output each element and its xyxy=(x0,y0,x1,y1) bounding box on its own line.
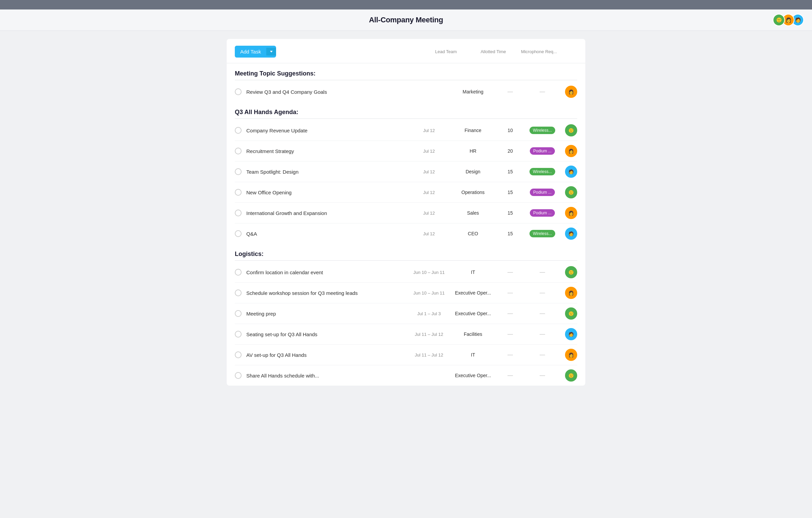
task-lead: Executive Oper... xyxy=(449,290,497,296)
task-time-dash: — xyxy=(497,352,524,358)
task-time: 15 xyxy=(497,169,524,174)
mic-badge[interactable]: Podium ... xyxy=(530,147,555,155)
task-lead: Operations xyxy=(449,190,497,195)
task-name: Company Revenue Update xyxy=(246,128,409,133)
section-divider xyxy=(235,80,577,80)
task-lead: Facilities xyxy=(449,331,497,337)
add-task-label: Add Task xyxy=(235,46,266,58)
add-task-dropdown[interactable] xyxy=(266,48,276,56)
task-mic-badge: Podium ... xyxy=(524,189,561,196)
task-avatar[interactable]: 👩 xyxy=(565,207,577,219)
task-date: Jul 12 xyxy=(409,190,449,195)
task-name: Team Spotlight: Design xyxy=(246,169,409,175)
task-avatar[interactable]: 👩 xyxy=(565,287,577,299)
task-avatar[interactable]: 👩 xyxy=(565,145,577,157)
task-checkbox[interactable] xyxy=(235,230,242,237)
task-date: Jul 11 – Jul 12 xyxy=(409,352,449,358)
toolbar-right: Lead Team Allotted Time Microphone Req..… xyxy=(422,49,577,54)
mic-badge[interactable]: Wireless... xyxy=(529,230,555,237)
task-checkbox[interactable] xyxy=(235,331,242,338)
section-q3-all-hands-agenda: Q3 All Hands Agenda:Company Revenue Upda… xyxy=(227,102,585,244)
mic-badge[interactable]: Wireless... xyxy=(529,127,555,134)
task-time: 20 xyxy=(497,148,524,154)
task-name: New Office Opening xyxy=(246,190,409,195)
task-checkbox[interactable] xyxy=(235,127,242,134)
task-checkbox[interactable] xyxy=(235,289,242,296)
task-mic-badge: Podium ... xyxy=(524,147,561,155)
task-mic-dash: — xyxy=(524,352,561,358)
task-date: Jun 10 – Jun 11 xyxy=(409,290,449,296)
task-mic-badge: Wireless... xyxy=(524,127,561,134)
mic-badge[interactable]: Wireless... xyxy=(529,168,555,175)
task-avatar[interactable]: 🙂 xyxy=(565,124,577,136)
task-lead: Executive Oper... xyxy=(449,311,497,316)
task-avatar[interactable]: 🙂 xyxy=(565,307,577,320)
task-name: Confirm location in calendar event xyxy=(246,269,409,275)
task-checkbox[interactable] xyxy=(235,310,242,317)
mic-badge[interactable]: Podium ... xyxy=(530,209,555,217)
task-mic-dash: — xyxy=(524,310,561,317)
avatar-1[interactable]: 🙂 xyxy=(773,14,785,26)
task-mic-badge: Wireless... xyxy=(524,230,561,237)
task-mic-badge: Wireless... xyxy=(524,168,561,175)
add-task-button[interactable]: Add Task xyxy=(235,46,276,58)
task-mic-dash: — xyxy=(524,89,561,95)
task-avatar[interactable]: 🧑 xyxy=(565,166,577,178)
task-checkbox[interactable] xyxy=(235,168,242,175)
task-time-dash: — xyxy=(497,290,524,296)
task-avatar[interactable]: 👩 xyxy=(565,349,577,361)
col-header-mic: Microphone Req... xyxy=(517,49,561,54)
task-row: Confirm location in calendar eventJun 10… xyxy=(235,262,577,283)
task-avatar[interactable]: 🧑 xyxy=(565,328,577,340)
task-avatar[interactable]: 🙂 xyxy=(565,186,577,198)
task-time: 15 xyxy=(497,231,524,236)
task-row: Q&AJul 12CEO15Wireless...🧑 xyxy=(235,223,577,244)
page-body: Add Task Lead Team Allotted Time Microph… xyxy=(0,31,812,518)
task-row: Seating set-up for Q3 All HandsJul 11 – … xyxy=(235,324,577,345)
task-checkbox[interactable] xyxy=(235,88,242,95)
task-row: Schedule workshop session for Q3 meeting… xyxy=(235,283,577,303)
section-title: Meeting Topic Suggestions: xyxy=(235,63,577,80)
task-checkbox[interactable] xyxy=(235,269,242,276)
task-checkbox[interactable] xyxy=(235,210,242,216)
toolbar: Add Task Lead Team Allotted Time Microph… xyxy=(227,46,585,63)
task-time-dash: — xyxy=(497,331,524,337)
task-time: 10 xyxy=(497,128,524,133)
task-name: International Growth and Expansion xyxy=(246,210,409,216)
task-row: International Growth and ExpansionJul 12… xyxy=(235,203,577,223)
task-checkbox[interactable] xyxy=(235,372,242,379)
task-row: Company Revenue UpdateJul 12Finance10Wir… xyxy=(235,120,577,141)
task-name: Share All Hands schedule with... xyxy=(246,373,409,379)
task-name: Recruitment Strategy xyxy=(246,148,409,154)
task-name: AV set-up for Q3 All Hands xyxy=(246,352,409,358)
mic-badge[interactable]: Podium ... xyxy=(530,189,555,196)
task-avatar[interactable]: 👩 xyxy=(565,86,577,98)
task-time: 15 xyxy=(497,210,524,216)
task-row: Share All Hands schedule with...Executiv… xyxy=(235,365,577,386)
task-name: Review Q3 and Q4 Company Goals xyxy=(246,89,409,95)
task-row: Meeting prepJul 1 – Jul 3Executive Oper.… xyxy=(235,303,577,324)
task-avatar[interactable]: 🙂 xyxy=(565,266,577,278)
task-lead: Sales xyxy=(449,210,497,216)
task-mic-dash: — xyxy=(524,269,561,275)
header: All-Company Meeting 🙂 👩 🧑 xyxy=(0,9,812,31)
section-divider xyxy=(235,118,577,119)
task-name: Schedule workshop session for Q3 meeting… xyxy=(246,290,409,296)
page-title: All-Company Meeting xyxy=(369,16,443,24)
task-checkbox[interactable] xyxy=(235,189,242,196)
task-checkbox[interactable] xyxy=(235,148,242,154)
task-lead: Finance xyxy=(449,128,497,133)
section-logistics: Logistics:Confirm location in calendar e… xyxy=(227,244,585,386)
task-avatar[interactable]: 🧑 xyxy=(565,228,577,240)
task-avatar[interactable]: 🙂 xyxy=(565,369,577,382)
task-row: Recruitment StrategyJul 12HR20Podium ...… xyxy=(235,141,577,161)
task-date: Jul 12 xyxy=(409,231,449,236)
header-avatars: 🙂 👩 🧑 xyxy=(775,14,804,26)
task-checkbox[interactable] xyxy=(235,351,242,358)
task-time-dash: — xyxy=(497,372,524,379)
section-title: Q3 All Hands Agenda: xyxy=(235,102,577,118)
task-lead: Marketing xyxy=(449,89,497,94)
task-time: 15 xyxy=(497,190,524,195)
task-mic-dash: — xyxy=(524,372,561,379)
task-panel: Add Task Lead Team Allotted Time Microph… xyxy=(227,39,585,386)
